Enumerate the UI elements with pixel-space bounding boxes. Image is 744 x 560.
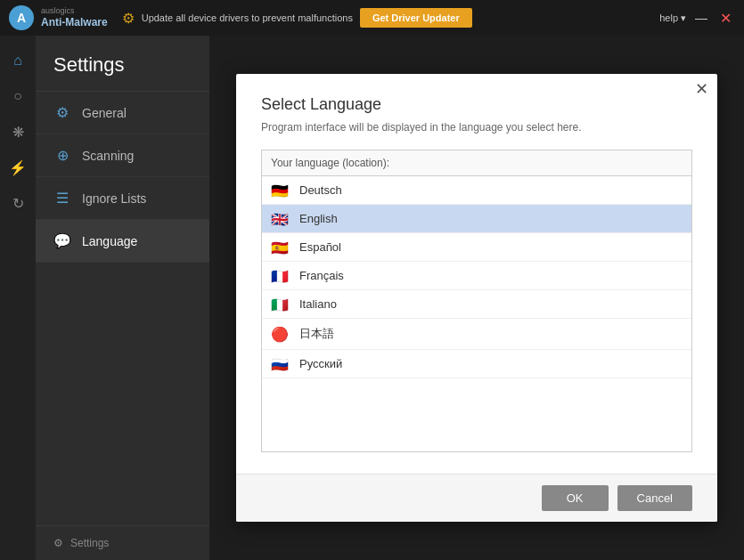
nav-item-language[interactable]: 💬 Language (36, 220, 209, 263)
nav-label-general: General (82, 106, 127, 120)
settings-bottom-link[interactable]: ⚙ Settings (36, 525, 209, 560)
nav-item-scanning[interactable]: ⊕ Scanning (36, 134, 209, 177)
flag-en: 🇬🇧 (271, 213, 290, 225)
lang-label-en: English (299, 212, 338, 225)
dialog-body: Select Language Program interface will b… (236, 74, 717, 474)
top-bar: A auslogics Anti-Malware ⚙ Update all de… (0, 0, 744, 36)
settings-bottom-label: Settings (70, 537, 109, 549)
language-icon: 💬 (53, 232, 71, 249)
sidebar-icon-virus[interactable]: ❋ (2, 116, 34, 148)
language-item-it[interactable]: 🇮🇹 Italiano (262, 290, 691, 319)
sidebar-icon-shield[interactable]: ⚡ (2, 151, 34, 183)
select-language-dialog: ✕ Select Language Program interface will… (236, 74, 717, 522)
language-item-de[interactable]: 🇩🇪 Deutsch (262, 176, 691, 205)
settings-bottom-icon: ⚙ (53, 537, 63, 549)
language-item-ru[interactable]: 🇷🇺 Русский (262, 350, 691, 378)
lang-label-ru: Русский (299, 357, 342, 370)
ignore-lists-icon: ☰ (53, 190, 71, 207)
update-text: Update all device drivers to prevent mal… (142, 12, 353, 23)
lang-label-ja: 日本語 (299, 326, 334, 342)
ok-button[interactable]: OK (542, 485, 609, 511)
dialog-overlay: ✕ Select Language Program interface will… (209, 36, 744, 560)
language-list-container: Your language (location): 🇩🇪 Deutsch 🇬🇧 … (261, 150, 692, 452)
nav-item-general[interactable]: ⚙ General (36, 92, 209, 134)
cancel-button[interactable]: Cancel (617, 485, 692, 511)
close-button[interactable]: ✕ (716, 10, 735, 27)
general-icon: ⚙ (53, 104, 71, 121)
dialog-footer: OK Cancel (236, 474, 717, 522)
dialog-subtitle: Program interface will be displayed in t… (261, 121, 692, 134)
minimize-button[interactable]: — (691, 11, 711, 25)
lang-label-it: Italiano (299, 297, 337, 311)
lang-label-fr: Français (299, 269, 344, 282)
nav-label-language: Language (82, 234, 137, 248)
lang-label-es: Español (299, 240, 341, 254)
flag-ja: 🔴 (271, 328, 290, 340)
flag-ru: 🇷🇺 (271, 358, 290, 370)
help-button[interactable]: help ▾ (659, 12, 686, 24)
settings-title: Settings (36, 36, 209, 92)
chevron-down-icon: ▾ (681, 12, 686, 24)
dialog-title: Select Language (261, 95, 692, 114)
nav-label-ignore-lists: Ignore Lists (82, 191, 146, 206)
nav-item-ignore-lists[interactable]: ☰ Ignore Lists (36, 177, 209, 220)
sidebar-icon-search[interactable]: ○ (2, 80, 34, 112)
language-item-ja[interactable]: 🔴 日本語 (262, 319, 691, 350)
icon-sidebar: ⌂ ○ ❋ ⚡ ↻ (0, 36, 36, 560)
app-name: auslogics Anti-Malware (41, 6, 108, 28)
flag-fr: 🇫🇷 (271, 270, 290, 282)
app-logo-icon: A (9, 5, 34, 30)
update-banner: ⚙ Update all device drivers to prevent m… (122, 8, 660, 28)
sidebar-icon-update[interactable]: ↻ (2, 187, 34, 219)
language-item-en[interactable]: 🇬🇧 English (262, 205, 691, 233)
lang-label-de: Deutsch (299, 183, 342, 197)
get-driver-button[interactable]: Get Driver Updater (360, 8, 472, 28)
update-warning-icon: ⚙ (122, 10, 135, 27)
top-right-controls: help ▾ — ✕ (659, 10, 735, 27)
language-list-header: Your language (location): (262, 150, 691, 176)
dialog-close-button[interactable]: ✕ (695, 81, 708, 97)
flag-it: 🇮🇹 (271, 298, 290, 311)
app-logo: A auslogics Anti-Malware (9, 5, 108, 30)
language-item-fr[interactable]: 🇫🇷 Français (262, 262, 691, 290)
settings-nav: ⚙ General ⊕ Scanning ☰ Ignore Lists 💬 La… (36, 92, 209, 263)
scanning-icon: ⊕ (53, 147, 71, 164)
settings-sidebar: Settings ⚙ General ⊕ Scanning ☰ Ignore L… (36, 36, 209, 560)
nav-label-scanning: Scanning (82, 149, 134, 163)
sidebar-icon-home[interactable]: ⌂ (2, 45, 34, 77)
language-item-es[interactable]: 🇪🇸 Español (262, 233, 691, 262)
flag-es: 🇪🇸 (271, 241, 290, 254)
flag-de: 🇩🇪 (271, 184, 290, 197)
